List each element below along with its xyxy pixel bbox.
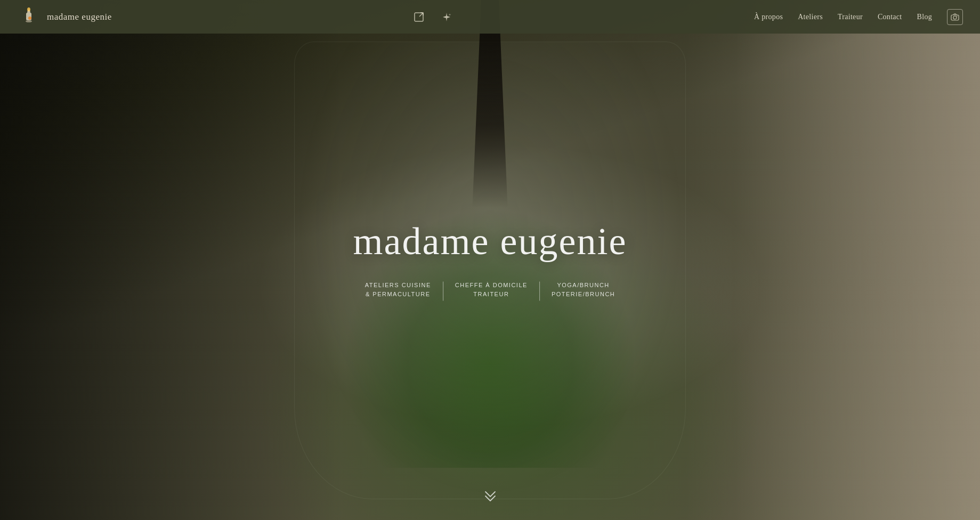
- hero-section: madame eugenie À propos Ateli: [0, 0, 980, 520]
- subtitle-line2-3: POTERIE/BRUNCH: [552, 290, 615, 297]
- navbar-toolbar: [112, 9, 754, 26]
- chevron-double-icon: [482, 488, 498, 504]
- subtitle-item-2: CHEFFE À DOMICILE TRAITEUR: [443, 281, 539, 298]
- navbar-left: madame eugenie: [17, 5, 112, 29]
- hero-dark-left: [0, 0, 343, 520]
- brand-name: madame eugenie: [47, 12, 112, 22]
- subtitle-line2-1: & PERMACULTURE: [366, 290, 431, 297]
- subtitle-item-1: ATELIERS CUISINE & PERMACULTURE: [353, 281, 443, 298]
- hero-title: madame eugenie: [353, 220, 627, 264]
- nav-ateliers[interactable]: Ateliers: [798, 13, 823, 21]
- subtitle-line2-2: TRAITEUR: [473, 290, 509, 297]
- svg-point-10: [953, 16, 957, 19]
- nav-blog[interactable]: Blog: [917, 13, 932, 21]
- scroll-indicator[interactable]: [482, 488, 498, 504]
- navbar: madame eugenie À propos Ateli: [0, 0, 980, 34]
- share-button[interactable]: [410, 9, 427, 26]
- magic-button[interactable]: [438, 9, 455, 26]
- svg-line-8: [419, 13, 423, 17]
- hero-subtitle: ATELIERS CUISINE & PERMACULTURE CHEFFE À…: [353, 281, 627, 301]
- svg-rect-3: [27, 11, 30, 13]
- nav-apropos[interactable]: À propos: [754, 13, 783, 21]
- logo-icon[interactable]: [17, 5, 41, 29]
- hero-dark-right: [735, 0, 980, 520]
- hero-content: madame eugenie ATELIERS CUISINE & PERMAC…: [353, 220, 627, 301]
- subtitle-line1-1: ATELIERS CUISINE: [365, 282, 431, 288]
- nav-contact[interactable]: Contact: [878, 13, 902, 21]
- nav-traiteur[interactable]: Traiteur: [838, 13, 863, 21]
- svg-point-11: [957, 15, 958, 17]
- camera-button[interactable]: [947, 9, 963, 25]
- navbar-links: À propos Ateliers Traiteur Contact Blog: [754, 9, 963, 25]
- subtitle-line1-3: YOGA/BRUNCH: [557, 282, 609, 288]
- subtitle-item-3: YOGA/BRUNCH POTERIE/BRUNCH: [540, 281, 627, 298]
- svg-point-6: [29, 17, 31, 19]
- subtitle-line1-2: CHEFFE À DOMICILE: [455, 282, 528, 288]
- svg-point-4: [26, 20, 32, 22]
